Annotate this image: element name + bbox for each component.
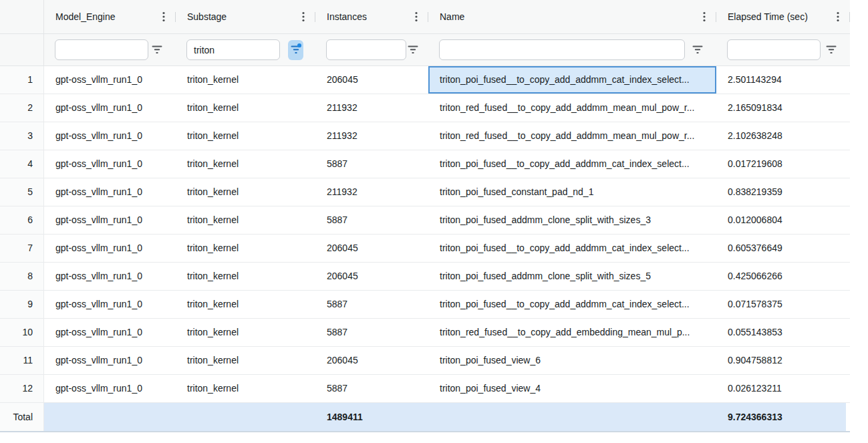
column-header-instances[interactable]: Instances [315,0,428,33]
total-band: 1489411 9.724366313 [44,403,846,431]
row-number: 11 [0,347,44,374]
row-number: 2 [0,94,44,122]
row-number: 9 [0,291,44,318]
cell-name[interactable]: triton_poi_fused_addmm_clone_split_with_… [428,206,716,234]
filter-input-elapsed[interactable] [727,39,821,60]
column-header-model_engine[interactable]: Model_Engine [44,0,176,33]
cell-name[interactable]: triton_poi_fused__to_copy_add_addmm_cat_… [428,235,716,262]
cell-model_engine[interactable]: gpt-oss_vllm_run1_0 [44,150,176,178]
cell-instances[interactable]: 211932 [315,122,428,150]
filter-button-elapsed[interactable] [825,44,838,55]
cell-elapsed[interactable]: 0.071578375 [716,291,850,318]
cell-instances[interactable]: 206045 [315,347,428,374]
cell-elapsed[interactable]: 2.102638248 [716,122,850,150]
total-label: Total [0,403,44,431]
cell-name[interactable]: triton_poi_fused_addmm_clone_split_with_… [428,263,716,290]
cell-model_engine[interactable]: gpt-oss_vllm_run1_0 [44,291,176,318]
selected-cell-name[interactable]: triton_poi_fused__to_copy_add_addmm_cat_… [428,66,716,94]
cell-name[interactable]: triton_poi_fused_view_4 [428,375,716,402]
row-number: 4 [0,150,44,178]
cell-substage[interactable]: triton_kernel [176,375,315,402]
filter-button-model_engine[interactable] [150,44,164,55]
cell-model_engine[interactable]: gpt-oss_vllm_run1_0 [44,319,176,346]
filter-input-substage[interactable] [186,39,280,60]
cell-substage[interactable]: triton_kernel [176,319,315,346]
cell-elapsed[interactable]: 0.904758812 [716,347,850,374]
cell-substage[interactable]: triton_kernel [176,206,315,234]
cell-model_engine[interactable]: gpt-oss_vllm_run1_0 [44,347,176,374]
cell-name[interactable]: triton_poi_fused_constant_pad_nd_1 [428,178,716,206]
cell-instances[interactable]: 206045 [315,235,428,262]
cell-instances[interactable]: 211932 [315,178,428,206]
cell-substage[interactable]: triton_kernel [176,291,315,318]
filter-button-name[interactable] [691,44,704,55]
filter-row [0,34,850,66]
cell-name[interactable]: triton_red_fused__to_copy_add_addmm_mean… [428,94,716,122]
column-menu-button[interactable] [301,9,306,24]
row-number: 1 [0,66,44,94]
cell-substage[interactable]: triton_kernel [176,263,315,290]
column-filter-cell [44,34,176,65]
filter-bars-icon [152,45,162,54]
cell-model_engine[interactable]: gpt-oss_vllm_run1_0 [44,235,176,262]
cell-name[interactable]: triton_poi_fused_view_6 [428,347,716,374]
filter-input-instances[interactable] [326,39,406,60]
cell-model_engine[interactable]: gpt-oss_vllm_run1_0 [44,206,176,234]
cell-elapsed[interactable]: 0.012006804 [716,206,850,234]
filter-active-button-substage[interactable] [288,40,303,60]
cell-elapsed[interactable]: 0.026123211 [716,375,850,402]
cell-model_engine[interactable]: gpt-oss_vllm_run1_0 [44,375,176,402]
row-number: 7 [0,235,44,262]
cell-instances[interactable]: 5887 [315,206,428,234]
cell-instances[interactable]: 206045 [315,66,428,94]
cell-elapsed[interactable]: 0.838219359 [716,178,850,206]
cell-elapsed[interactable]: 2.501143294 [716,66,850,94]
cell-elapsed[interactable]: 0.605376649 [716,235,850,262]
table-row: 11 gpt-oss_vllm_run1_0triton_kernel20604… [0,347,850,375]
cell-elapsed[interactable]: 0.017219608 [716,150,850,178]
filter-corner [0,34,44,65]
filter-active-dot [297,43,301,47]
cell-elapsed[interactable]: 0.425066266 [716,263,850,290]
table-row: 9 gpt-oss_vllm_run1_0triton_kernel5887tr… [0,291,850,319]
cell-model_engine[interactable]: gpt-oss_vllm_run1_0 [44,122,176,150]
cell-model_engine[interactable]: gpt-oss_vllm_run1_0 [44,94,176,122]
column-menu-button[interactable] [161,9,166,24]
cell-substage[interactable]: triton_kernel [176,150,315,178]
cell-instances[interactable]: 5887 [315,291,428,318]
column-menu-button[interactable] [702,9,707,24]
row-number: 10 [0,319,44,346]
cell-model_engine[interactable]: gpt-oss_vllm_run1_0 [44,66,176,94]
cell-instances[interactable]: 5887 [315,375,428,402]
cell-substage[interactable]: triton_kernel [176,94,315,122]
cell-name[interactable]: triton_poi_fused__to_copy_add_addmm_cat_… [428,291,716,318]
filter-input-name[interactable] [439,39,685,60]
column-menu-button[interactable] [835,9,841,24]
cell-elapsed[interactable]: 0.055143853 [716,319,850,346]
column-header-substage[interactable]: Substage [176,0,315,33]
kebab-menu-icon [837,11,839,22]
total-row: Total 1489411 9.724366313 [0,403,850,432]
cell-instances[interactable]: 5887 [315,150,428,178]
column-header-elapsed[interactable]: Elapsed Time (sec) [716,0,850,33]
cell-substage[interactable]: triton_kernel [176,235,315,262]
filter-input-model_engine[interactable] [55,39,148,60]
cell-instances[interactable]: 206045 [315,263,428,290]
cell-name[interactable]: triton_red_fused__to_copy_add_embedding_… [428,319,716,346]
cell-model_engine[interactable]: gpt-oss_vllm_run1_0 [44,178,176,206]
cell-substage[interactable]: triton_kernel [176,178,315,206]
cell-substage[interactable]: triton_kernel [176,347,315,374]
cell-substage[interactable]: triton_kernel [176,122,315,150]
column-header-name[interactable]: Name [428,0,716,33]
column-menu-button[interactable] [414,9,419,24]
cell-name[interactable]: triton_poi_fused__to_copy_add_addmm_cat_… [428,150,716,178]
cell-instances[interactable]: 211932 [315,94,428,122]
column-header-label: Model_Engine [44,11,116,22]
cell-substage[interactable]: triton_kernel [176,66,315,94]
cell-elapsed[interactable]: 2.165091834 [716,94,850,122]
cell-model_engine[interactable]: gpt-oss_vllm_run1_0 [44,263,176,290]
total-instances: 1489411 [315,403,428,431]
filter-button-instances[interactable] [406,44,420,55]
cell-instances[interactable]: 5887 [315,319,428,346]
cell-name[interactable]: triton_red_fused__to_copy_add_addmm_mean… [428,122,716,150]
